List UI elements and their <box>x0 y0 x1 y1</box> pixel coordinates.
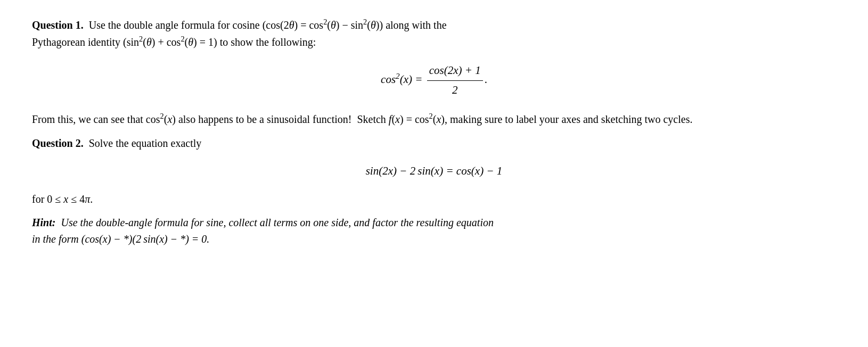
formula-numerator: cos(2x) + 1 <box>427 62 483 81</box>
question-1-block: Question 1. Use the double angle formula… <box>32 16 836 51</box>
question-2-block: Question 2. Solve the equation exactly <box>32 135 836 151</box>
formula-equation: sin(2x) − 2 sin(x) = cos(x) − 1 <box>32 163 836 180</box>
for-range-text: for 0 ≤ x ≤ 4π. <box>32 193 93 205</box>
paragraph-sinusoidal: From this, we can see that cos2(x) also … <box>32 110 836 128</box>
hint-block: Hint: Use the double-angle formula for s… <box>32 214 836 247</box>
question-2-label: Question 2. <box>32 137 84 149</box>
formula-cos-lhs: cos2(x) = <box>381 73 422 86</box>
hint-text: Use the double-angle formula for sine, c… <box>32 217 494 245</box>
for-range-line: for 0 ≤ x ≤ 4π. <box>32 191 836 207</box>
formula-period: . <box>485 73 487 86</box>
formula-denominator: 2 <box>427 81 483 99</box>
question-1-label: Question 1. <box>32 19 84 31</box>
question-2-text: Solve the equation exactly <box>89 137 202 149</box>
question-1-body-line1: Use the double angle formula for cosine … <box>89 19 447 31</box>
question-1-body-line2: Pythagorean identity (sin2(θ) + cos2(θ) … <box>32 36 316 48</box>
page-content: Question 1. Use the double angle formula… <box>32 16 836 247</box>
hint-label: Hint: <box>32 217 55 228</box>
question-1-text: Question 1. Use the double angle formula… <box>32 16 836 51</box>
formula-cos-squared: cos2(x) = cos(2x) + 1 2 . <box>32 62 836 98</box>
equation-text: sin(2x) − 2 sin(x) = cos(x) − 1 <box>366 164 503 177</box>
formula-fraction: cos(2x) + 1 2 <box>427 62 483 98</box>
